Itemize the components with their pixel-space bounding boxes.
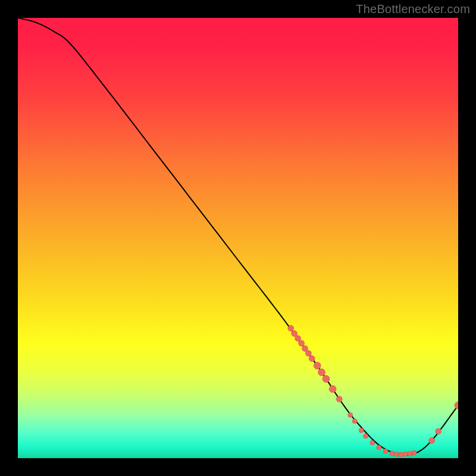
data-marker — [352, 419, 357, 424]
data-marker — [322, 375, 330, 383]
data-marker — [364, 434, 368, 439]
data-marker — [436, 428, 441, 434]
data-marker — [348, 413, 353, 418]
data-marker — [299, 340, 305, 346]
plot-background — [18, 18, 458, 458]
data-marker — [370, 440, 375, 445]
data-marker — [429, 437, 435, 443]
data-marker — [399, 452, 403, 457]
data-marker — [412, 450, 416, 455]
data-marker — [403, 452, 408, 456]
data-marker — [318, 369, 325, 376]
data-marker — [288, 325, 294, 331]
data-marker — [408, 452, 412, 456]
data-marker — [390, 451, 394, 456]
data-marker — [314, 362, 321, 369]
data-marker — [383, 449, 388, 453]
chart-root: TheBottlenecker.com — [0, 0, 476, 476]
watermark-text: TheBottlenecker.com — [356, 2, 470, 16]
data-marker — [329, 386, 336, 393]
data-marker — [309, 356, 315, 362]
data-marker — [295, 336, 301, 342]
data-marker — [455, 402, 462, 409]
chart-svg — [0, 0, 476, 476]
data-marker — [377, 445, 381, 450]
data-marker — [394, 452, 399, 456]
data-marker — [359, 428, 364, 433]
data-marker — [302, 346, 308, 352]
data-marker — [336, 396, 342, 402]
data-marker — [305, 350, 311, 356]
